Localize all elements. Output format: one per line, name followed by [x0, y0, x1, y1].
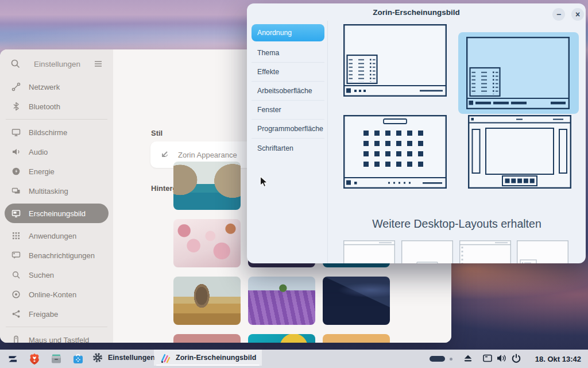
nav-item-anordnung[interactable]: Anordnung — [252, 24, 324, 41]
power-energy-icon — [11, 167, 21, 176]
zorin-appearance-window: Zorin-Erscheinungsbild − × Anordnung The… — [247, 3, 586, 263]
task-einstellungen[interactable]: Einstellungen — [86, 350, 161, 366]
sidebar-divider — [6, 327, 107, 327]
nav-item-arbeitsoberflaeche[interactable]: Arbeitsoberfläche — [252, 82, 324, 101]
gear-icon — [92, 352, 103, 363]
window-title: Zorin-Erscheinungsbild — [247, 8, 586, 17]
mouse-cursor — [260, 176, 269, 189]
nav-item-effekte[interactable]: Effekte — [252, 63, 324, 82]
hamburger-menu-icon[interactable] — [94, 59, 103, 68]
appearance-icon — [11, 209, 21, 218]
style-heading: Stil — [151, 129, 163, 137]
desktop-background: Einstellungen Netzwerk Bluetooth Bildsch… — [0, 0, 588, 368]
layout-options-panel: Weitere Desktop-Layouts erhalten — [328, 21, 586, 263]
sidebar-item-label: Netzwerk — [29, 83, 60, 91]
task-zorin-erscheinungsbild[interactable]: Zorin-Erscheinungsbild — [154, 350, 262, 366]
sidebar-item-erscheinungsbild[interactable]: Erscheinungsbild — [5, 204, 109, 223]
sidebar-item-label: Online-Konten — [29, 290, 76, 299]
sidebar-item-benachrichtigungen[interactable]: Benachrichtigungen — [5, 246, 109, 265]
network-icon — [11, 82, 21, 91]
sidebar-item-label: Multitasking — [29, 187, 68, 195]
layout-option-fullscreen-app-grid[interactable] — [343, 115, 447, 189]
brave-browser-icon[interactable] — [28, 352, 41, 365]
file-manager-icon[interactable] — [50, 352, 63, 365]
workspace-indicator-active[interactable] — [430, 356, 445, 362]
sidebar-item-label: Benachrichtigungen — [29, 251, 95, 260]
settings-header: Einstellungen — [6, 54, 107, 74]
workspace-indicator-dot[interactable] — [450, 358, 452, 361]
search-icon[interactable] — [10, 59, 21, 69]
minimize-button[interactable]: − — [552, 8, 565, 21]
close-button[interactable]: × — [571, 8, 584, 21]
sidebar-item-label: Bluetooth — [29, 102, 60, 111]
appearance-titlebar[interactable]: Zorin-Erscheinungsbild − × — [247, 3, 586, 21]
sidebar-item-label: Freigabe — [29, 310, 58, 319]
nav-item-programmoberflaeche[interactable]: Programmoberfläche — [252, 120, 324, 139]
sidebar-item-label: Bildschirme — [29, 128, 67, 137]
mouse-icon — [11, 335, 21, 343]
sidebar-item-label: Energie — [29, 167, 55, 176]
sidebar-item-label: Suchen — [29, 271, 54, 279]
settings-title: Einstellungen — [21, 60, 94, 68]
zorin-menu-icon[interactable] — [5, 351, 20, 366]
appearance-brush-icon — [160, 352, 171, 363]
notifications-icon — [11, 251, 21, 260]
nav-item-schriftarten[interactable]: Schriftarten — [252, 139, 324, 158]
task-label: Zorin-Erscheinungsbild — [176, 354, 256, 362]
wallpaper-thumbnail-sunset-clouds[interactable] — [173, 334, 241, 343]
sidebar-item-label: Audio — [29, 148, 48, 156]
wallpaper-thumbnail-teal-yellow[interactable] — [248, 334, 315, 343]
zorin-appearance-icon — [160, 150, 170, 160]
multitasking-icon — [11, 186, 21, 195]
wallpaper-thumbnail-cherry-blossom[interactable] — [173, 219, 241, 267]
wallpaper-thumbnail-dark-dune[interactable] — [323, 277, 390, 325]
sidebar-item-energie[interactable]: Energie — [5, 162, 109, 181]
nav-item-fenster[interactable]: Fenster — [252, 101, 324, 120]
settings-sidebar: Einstellungen Netzwerk Bluetooth Bildsch… — [0, 49, 113, 343]
window-keyboard-icon[interactable] — [482, 353, 493, 363]
speaker-volume-icon[interactable] — [496, 353, 506, 363]
taskbar: Einstellungen Zorin-Erscheinungsbild — [0, 350, 588, 368]
more-layouts-heading: Weitere Desktop-Layouts erhalten — [328, 217, 586, 231]
sidebar-item-suchen[interactable]: Suchen — [5, 265, 109, 285]
audio-icon — [11, 147, 21, 156]
wallpaper-thumbnail-cliffs-sea[interactable] — [173, 162, 241, 210]
sidebar-item-freigabe[interactable]: Freigabe — [5, 304, 109, 324]
mini-layout-thumbnail-corner-menu[interactable] — [517, 240, 568, 263]
mini-layout-thumbnail-topbar[interactable] — [343, 240, 395, 263]
online-accounts-icon — [11, 290, 21, 299]
search-small-icon — [11, 270, 21, 279]
sidebar-divider — [6, 119, 107, 120]
sidebar-item-anwendungen[interactable]: Anwendungen — [5, 226, 109, 246]
wallpaper-thumbnail-desert-monument[interactable] — [173, 277, 241, 325]
wallpaper-thumbnail-lavender-field[interactable] — [248, 277, 315, 325]
software-store-icon[interactable] — [72, 352, 84, 365]
mini-layout-thumbnail-bottom-dock[interactable] — [401, 240, 453, 263]
sidebar-item-online-konten[interactable]: Online-Konten — [5, 285, 109, 304]
appearance-card-label: Zorin Appearance — [178, 151, 237, 159]
sidebar-item-label: Maus und Tastfeld — [29, 336, 89, 343]
appearance-nav: Anordnung Thema Effekte Arbeitsoberfläch… — [252, 24, 324, 158]
displays-icon — [11, 128, 21, 137]
eject-icon[interactable] — [463, 353, 473, 363]
task-label: Einstellungen — [108, 354, 155, 362]
sidebar-item-label: Anwendungen — [29, 232, 76, 240]
apps-grid-icon — [11, 231, 21, 240]
sharing-icon — [11, 309, 21, 319]
power-icon[interactable] — [511, 353, 521, 363]
nav-item-thema[interactable]: Thema — [252, 44, 324, 63]
sidebar-item-multitasking[interactable]: Multitasking — [5, 181, 109, 201]
sidebar-item-label: Erscheinungsbild — [29, 209, 86, 218]
clock[interactable]: 18. Okt 13:42 — [526, 355, 581, 363]
layout-option-windows-style-selected[interactable] — [466, 37, 570, 109]
sidebar-item-bildschirme[interactable]: Bildschirme — [5, 122, 109, 142]
wallpaper-thumbnail-orange-sand[interactable] — [323, 334, 390, 343]
sidebar-item-maus-und-tastfeld[interactable]: Maus und Tastfeld — [5, 330, 109, 343]
mini-layout-thumbnail-left-dock[interactable] — [459, 240, 511, 263]
sidebar-item-netzwerk[interactable]: Netzwerk — [5, 77, 109, 97]
layout-option-topbar-side-docks[interactable] — [468, 115, 571, 189]
sidebar-item-audio[interactable]: Audio — [5, 142, 109, 162]
sidebar-item-bluetooth[interactable]: Bluetooth — [5, 97, 109, 116]
layout-option-zorin-menu-taskbar[interactable] — [343, 24, 447, 97]
bluetooth-icon — [11, 102, 21, 111]
